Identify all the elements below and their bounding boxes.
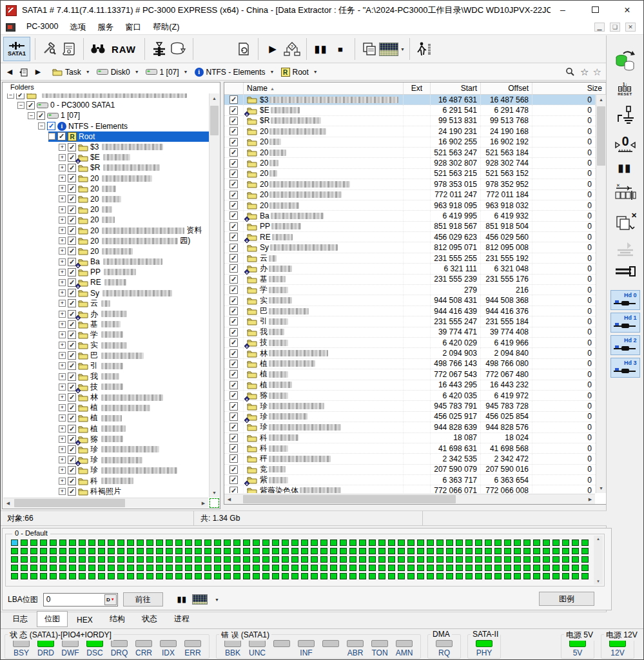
lba-map-cell[interactable]	[11, 573, 18, 579]
checkbox[interactable]: ✓	[68, 258, 76, 266]
lba-map-cell[interactable]	[40, 539, 47, 546]
file-row[interactable]: ✓学2792160	[224, 285, 596, 295]
expand-toggle[interactable]: +	[59, 279, 66, 286]
checkbox[interactable]: ✓	[229, 487, 238, 493]
lba-map-cell[interactable]	[320, 573, 327, 579]
lba-map-cell[interactable]	[214, 556, 221, 563]
lba-map-cell[interactable]	[378, 539, 385, 546]
lba-map-cell[interactable]	[485, 573, 492, 579]
tree-item[interactable]: +✓实	[3, 340, 210, 351]
lba-map-cell[interactable]	[514, 548, 521, 554]
legend-button[interactable]: 图例	[539, 592, 594, 606]
lba-map-cell[interactable]	[146, 548, 153, 554]
lba-map-cell[interactable]	[311, 565, 318, 571]
lba-map-cell[interactable]	[552, 539, 560, 546]
lba-map-cell[interactable]	[407, 539, 415, 546]
lba-map-cell[interactable]	[243, 539, 250, 546]
lba-map-cell[interactable]	[446, 556, 453, 563]
column-start[interactable]: Start	[431, 82, 481, 94]
lba-map-cell[interactable]	[79, 565, 86, 571]
lba-map-cell[interactable]	[195, 548, 202, 554]
lba-map-cell[interactable]	[494, 556, 502, 563]
lba-map-cell[interactable]	[369, 556, 376, 563]
checkbox[interactable]: ✓	[68, 289, 76, 297]
file-row[interactable]: ✓20978 353 015978 352 9520	[224, 179, 596, 189]
search-binoculars-button[interactable]	[88, 37, 108, 61]
maximize-button[interactable]	[588, 5, 602, 16]
checkbox[interactable]: ✓	[229, 370, 238, 378]
tree-item[interactable]: +✓珍	[3, 465, 210, 476]
lba-map-cell[interactable]	[30, 573, 37, 579]
lba-map-cell[interactable]	[50, 573, 57, 579]
lba-map-cell[interactable]	[436, 565, 444, 571]
checkbox[interactable]: ✓	[68, 331, 76, 339]
lba-map-cell[interactable]	[456, 556, 463, 563]
lba-map-cell[interactable]	[378, 565, 385, 571]
checkbox[interactable]: ✓	[68, 143, 76, 151]
tab-HEX[interactable]: HEX	[69, 613, 101, 627]
lba-map-cell[interactable]	[127, 548, 134, 554]
lba-map-cell[interactable]	[504, 548, 511, 554]
pause-button[interactable]: ▮▮	[311, 37, 331, 61]
lba-map-cell[interactable]	[272, 565, 279, 571]
checkbox[interactable]: ✓	[229, 317, 238, 325]
lba-map-cell[interactable]	[146, 573, 153, 579]
column-ext[interactable]: Ext	[404, 82, 431, 94]
file-row[interactable]: ✓植772 067 543772 067 4800	[224, 369, 596, 380]
lba-map-cell[interactable]	[417, 556, 424, 563]
checkbox[interactable]: ✓	[229, 328, 238, 336]
lba-map-cell[interactable]	[349, 539, 356, 546]
lba-map-cell[interactable]	[224, 539, 231, 546]
expand-toggle[interactable]: −	[38, 122, 45, 130]
lba-map-cell[interactable]	[340, 539, 347, 546]
expand-toggle[interactable]: +	[59, 206, 66, 213]
lba-map-cell[interactable]	[262, 556, 269, 563]
build-map-button[interactable]	[150, 37, 169, 61]
lba-map-cell[interactable]	[214, 548, 221, 554]
expand-toggle[interactable]: +	[59, 164, 66, 171]
tree-item[interactable]: +✓林	[3, 392, 210, 402]
lba-map-cell[interactable]	[543, 573, 550, 579]
mdi-restore-button[interactable]: ❏	[610, 23, 620, 32]
lba-map-cell[interactable]	[533, 548, 540, 554]
lba-map-cell[interactable]	[117, 539, 124, 546]
file-row[interactable]: ✓20772 011 247772 011 1840	[224, 190, 596, 200]
lba-map-cell[interactable]	[417, 548, 424, 554]
tree-item[interactable]: +✓我	[3, 371, 210, 382]
tree-item[interactable]: +✓$R	[3, 162, 210, 173]
lba-map-cell[interactable]	[272, 573, 279, 579]
checkbox[interactable]: ✓	[57, 132, 66, 141]
scroll-up-icon[interactable]: ▲	[599, 95, 603, 104]
lba-map-cell[interactable]	[301, 548, 308, 554]
checkbox[interactable]: ✓	[229, 222, 238, 231]
expand-toggle[interactable]: +	[59, 446, 66, 453]
lba-map-cell[interactable]	[291, 548, 298, 554]
lba-map-cell[interactable]	[552, 548, 560, 554]
lba-map-cell[interactable]	[233, 565, 240, 571]
checkbox[interactable]: ✓	[229, 476, 238, 484]
lba-map-cell[interactable]	[69, 565, 76, 571]
file-row[interactable]: ✓20963 918 095963 918 0320	[224, 200, 596, 211]
lba-map-cell[interactable]	[204, 539, 211, 546]
checkbox[interactable]: ✓	[229, 338, 238, 347]
file-row[interactable]: ✓科18 08718 0240	[224, 433, 596, 443]
lba-map-cell[interactable]	[98, 565, 105, 571]
lba-map-cell[interactable]	[30, 565, 37, 571]
lba-map-cell[interactable]	[407, 556, 415, 563]
lba-map-cell[interactable]	[59, 556, 66, 563]
lba-map-cell[interactable]	[98, 573, 105, 579]
lba-map-cell[interactable]	[253, 556, 260, 563]
file-row[interactable]: ✓$R99 513 83199 513 7680	[224, 116, 596, 126]
favorites-button[interactable]: ☆	[593, 66, 601, 78]
expand-toggle[interactable]: +	[59, 488, 66, 495]
lba-map-cell[interactable]	[243, 556, 250, 563]
lba-map-cell[interactable]	[243, 565, 250, 571]
copies-button[interactable]	[360, 37, 379, 61]
checkbox[interactable]: ✓	[229, 244, 238, 252]
lba-map-cell[interactable]	[291, 565, 298, 571]
pause-side-button[interactable]: ▮▮	[618, 162, 632, 174]
lba-map-cell[interactable]	[340, 573, 347, 579]
tree-item[interactable]: +✓PP	[3, 267, 210, 277]
lba-map-cell[interactable]	[369, 548, 376, 554]
lba-map-cell[interactable]	[417, 565, 424, 571]
